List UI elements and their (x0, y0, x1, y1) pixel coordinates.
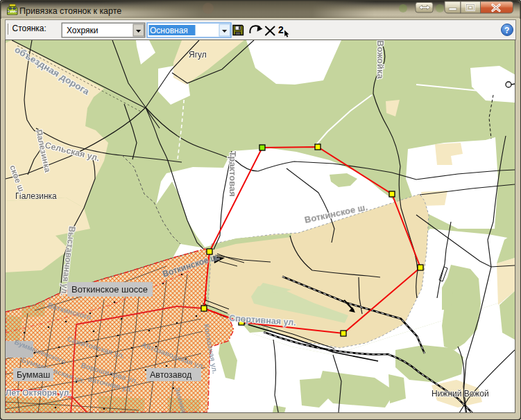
svg-text:Воткинское шоссе: Воткинское шоссе (71, 284, 148, 295)
svg-text:Лет Октября ул.: Лет Октября ул. (6, 388, 71, 398)
svg-text:Ягул: Ягул (189, 50, 207, 60)
svg-text:Нижний Вожой: Нижний Вожой (432, 389, 489, 399)
svg-text:Автозавод: Автозавод (150, 370, 192, 380)
svg-text:Стоянка:: Стоянка: (12, 24, 46, 33)
svg-text:Хохряки: Хохряки (67, 26, 98, 35)
svg-text:2: 2 (278, 24, 284, 35)
svg-text:Вожойка: Вожойка (375, 40, 386, 79)
svg-text:Привязка стоянок к карте: Привязка стоянок к карте (19, 6, 121, 16)
svg-text:Трактовая: Трактовая (228, 151, 238, 197)
svg-text:Основная: Основная (150, 26, 188, 35)
svg-text:?: ? (504, 26, 509, 35)
svg-text:Буммаш: Буммаш (17, 370, 50, 380)
